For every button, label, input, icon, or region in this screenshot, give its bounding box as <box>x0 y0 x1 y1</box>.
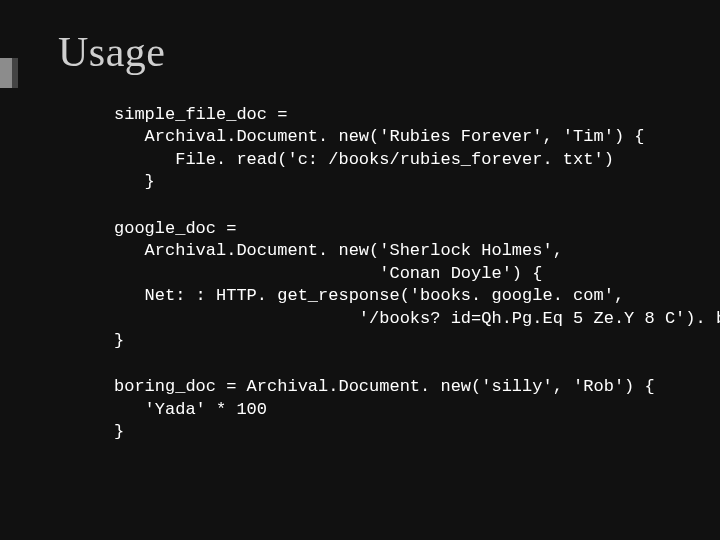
code-block-3: boring_doc = Archival.Document. new('sil… <box>114 376 670 443</box>
accent-bar-secondary <box>12 58 18 88</box>
slide-title: Usage <box>58 28 670 76</box>
slide: Usage simple_file_doc = Archival.Documen… <box>0 0 720 540</box>
code-block-1: simple_file_doc = Archival.Document. new… <box>114 104 670 194</box>
code-block-2: google_doc = Archival.Document. new('She… <box>114 218 670 353</box>
accent-bar <box>0 58 12 88</box>
